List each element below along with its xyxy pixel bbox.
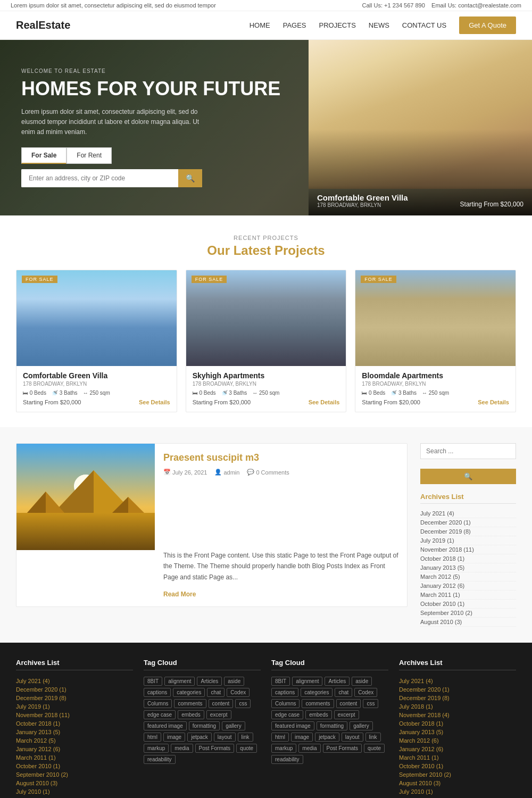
tag-item[interactable]: readability [271, 755, 303, 764]
search-button[interactable]: 🔍 [178, 169, 202, 187]
tag-item[interactable]: embeds [305, 710, 332, 719]
archive-item[interactable]: October 2010 (1) [420, 600, 516, 609]
tag-item[interactable]: quote [364, 744, 385, 753]
sidebar-search-input[interactable] [420, 443, 516, 459]
footer-archive-item[interactable]: December 2020 (1) [399, 685, 516, 694]
tag-item[interactable]: media [298, 744, 320, 753]
tag-item[interactable]: link [365, 733, 381, 742]
tag-item[interactable]: alignment [164, 677, 195, 686]
tag-item[interactable]: chat [207, 688, 225, 697]
footer-archive-item[interactable]: December 2019 (8) [399, 694, 516, 702]
archive-item[interactable]: August 2010 (3) [420, 618, 516, 627]
footer-archive-item[interactable]: July 2010 (1) [399, 787, 516, 796]
project-details-link[interactable]: See Details [478, 399, 509, 405]
nav-contact[interactable]: CONTACT US [402, 21, 446, 29]
tag-item[interactable]: 8BIT [144, 677, 162, 686]
tag-item[interactable]: gallery [222, 721, 245, 730]
archive-item[interactable]: January 2013 (5) [420, 563, 516, 572]
tag-item[interactable]: image [291, 733, 313, 742]
tag-item[interactable]: categories [301, 688, 332, 697]
tag-item[interactable]: readability [144, 755, 176, 764]
read-more-link[interactable]: Read More [163, 591, 196, 598]
footer-archive-item[interactable]: July 2021 (4) [399, 677, 516, 685]
footer-archive-item[interactable]: November 2018 (11) [16, 711, 133, 719]
footer-archive-item[interactable]: December 2020 (1) [16, 685, 133, 694]
tag-item[interactable]: css [363, 699, 378, 708]
tag-item[interactable]: Columns [271, 699, 300, 708]
tag-item[interactable]: excerpt [334, 710, 359, 719]
archive-item[interactable]: March 2012 (5) [420, 572, 516, 581]
tag-item[interactable]: alignment [292, 677, 322, 686]
footer-archive-item[interactable]: January 2012 (6) [16, 745, 133, 753]
archive-item[interactable]: July 2021 (4) [420, 509, 516, 518]
tag-item[interactable]: layout [214, 733, 236, 742]
archive-item[interactable]: December 2020 (1) [420, 518, 516, 527]
tag-item[interactable]: categories [173, 688, 205, 697]
footer-archive-item[interactable]: March 2012 (6) [399, 736, 516, 745]
footer-archive-item[interactable]: July 2019 (1) [16, 702, 133, 711]
footer-archive-item[interactable]: July 2010 (1) [16, 787, 133, 796]
footer-archive-item[interactable]: July 2021 (4) [16, 677, 133, 685]
nav-pages[interactable]: PAGES [283, 21, 306, 29]
project-details-link[interactable]: See Details [139, 399, 170, 405]
tag-item[interactable]: edge case [271, 710, 303, 719]
footer-archive-item[interactable]: March 2011 (1) [399, 753, 516, 762]
footer-archive-item[interactable]: January 2012 (6) [399, 745, 516, 753]
tag-item[interactable]: formatting [317, 721, 347, 730]
project-details-link[interactable]: See Details [309, 399, 340, 405]
tag-item[interactable]: css [235, 699, 251, 708]
tag-item[interactable]: quote [236, 744, 257, 753]
tag-item[interactable]: formatting [189, 721, 220, 730]
tag-item[interactable]: content [336, 699, 361, 708]
tag-item[interactable]: Articles [197, 677, 222, 686]
tag-item[interactable]: Post Formats [195, 744, 234, 753]
footer-archive-item[interactable]: January 2013 (5) [16, 728, 133, 736]
tag-item[interactable]: captions [271, 688, 298, 697]
tag-item[interactable]: comments [174, 699, 206, 708]
nav-news[interactable]: NEWS [369, 21, 389, 29]
footer-archive-item[interactable]: September 2010 (2) [399, 770, 516, 779]
tag-item[interactable]: featured image [144, 721, 187, 730]
tag-item[interactable]: markup [144, 744, 169, 753]
tab-for-sale[interactable]: For Sale [21, 147, 66, 164]
footer-archive-item[interactable]: October 2018 (1) [16, 719, 133, 728]
tag-item[interactable]: 8BIT [271, 677, 290, 686]
footer-archive-item[interactable]: March 2012 (5) [16, 736, 133, 745]
footer-archive-item[interactable]: September 2010 (2) [16, 770, 133, 779]
tag-item[interactable]: Codex [227, 688, 250, 697]
tag-item[interactable]: Articles [325, 677, 350, 686]
tag-item[interactable]: jetpack [187, 733, 212, 742]
tag-item[interactable]: excerpt [206, 710, 231, 719]
tag-item[interactable]: aside [352, 677, 372, 686]
archive-item[interactable]: December 2019 (8) [420, 527, 516, 536]
sidebar-search-button[interactable]: 🔍 [420, 469, 516, 484]
footer-archive-item[interactable]: October 2010 (1) [16, 762, 133, 770]
tag-item[interactable]: aside [224, 677, 244, 686]
tag-item[interactable]: featured image [271, 721, 314, 730]
tag-item[interactable]: image [163, 733, 185, 742]
footer-archive-item[interactable]: March 2011 (1) [16, 753, 133, 762]
search-input[interactable] [21, 169, 178, 187]
tag-item[interactable]: comments [302, 699, 334, 708]
archive-item[interactable]: November 2018 (11) [420, 545, 516, 554]
tab-for-rent[interactable]: For Rent [66, 147, 112, 164]
footer-archive-item[interactable]: August 2010 (3) [399, 779, 516, 787]
footer-archive-item[interactable]: January 2013 (5) [399, 728, 516, 736]
tag-item[interactable]: media [171, 744, 193, 753]
tag-item[interactable]: Codex [354, 688, 377, 697]
tag-item[interactable]: Post Formats [323, 744, 362, 753]
archive-item[interactable]: September 2010 (2) [420, 609, 516, 618]
get-quote-button[interactable]: Get A Quote [459, 16, 516, 34]
tag-item[interactable]: chat [335, 688, 352, 697]
tag-item[interactable]: markup [271, 744, 296, 753]
archive-item[interactable]: March 2011 (1) [420, 591, 516, 600]
tag-item[interactable]: edge case [144, 710, 176, 719]
tag-item[interactable]: link [238, 733, 253, 742]
archive-item[interactable]: January 2012 (6) [420, 581, 516, 591]
nav-home[interactable]: HOME [250, 21, 270, 29]
nav-projects[interactable]: PROJECTS [319, 21, 356, 29]
footer-archive-item[interactable]: December 2019 (8) [16, 694, 133, 702]
tag-item[interactable]: Columns [144, 699, 172, 708]
footer-archive-item[interactable]: October 2018 (1) [399, 719, 516, 728]
tag-item[interactable]: content [209, 699, 234, 708]
